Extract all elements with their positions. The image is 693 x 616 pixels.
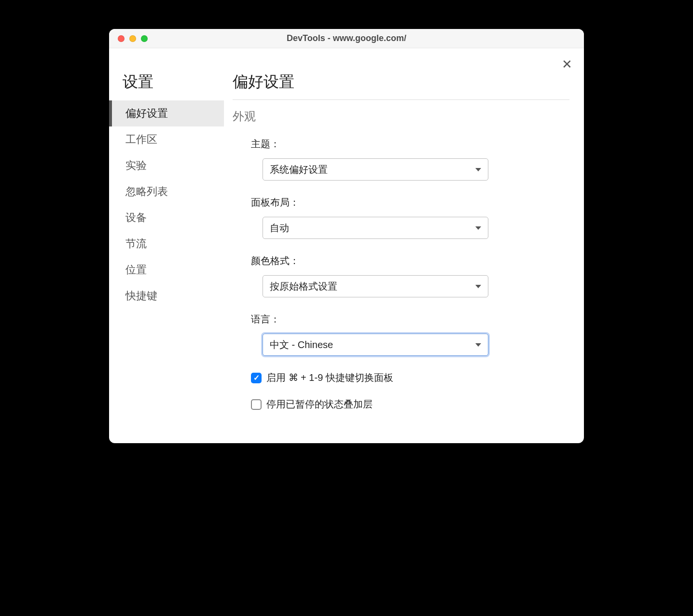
disable-paused-overlay-row[interactable]: 停用已暂停的状态叠加层 xyxy=(251,398,569,411)
main-panel: 偏好设置 外观 主题： 系统偏好设置 面板布局： 自动 xyxy=(224,48,584,443)
chevron-down-icon xyxy=(475,226,481,230)
language-field: 语言： 中文 - Chinese xyxy=(251,313,569,356)
panel-layout-field: 面板布局： 自动 xyxy=(251,196,569,239)
sidebar-item-throttling[interactable]: 节流 xyxy=(109,231,224,257)
language-select[interactable]: 中文 - Chinese xyxy=(263,334,488,356)
language-select-value: 中文 - Chinese xyxy=(270,338,333,351)
maximize-window-button[interactable] xyxy=(141,35,148,42)
disable-paused-overlay-label: 停用已暂停的状态叠加层 xyxy=(266,398,373,411)
theme-select-value: 系统偏好设置 xyxy=(270,163,328,176)
traffic-lights xyxy=(118,35,148,42)
minimize-window-button[interactable] xyxy=(129,35,136,42)
panel-layout-select-value: 自动 xyxy=(270,222,289,235)
devtools-settings-window: DevTools - www.google.com/ ✕ 设置 偏好设置 工作区… xyxy=(109,29,584,443)
sidebar-item-label: 实验 xyxy=(125,159,147,171)
sidebar-item-label: 工作区 xyxy=(125,133,157,145)
enable-shortcut-panels-label: 启用 ⌘ + 1-9 快捷键切换面板 xyxy=(266,371,393,384)
sidebar-item-label: 快捷键 xyxy=(125,290,157,302)
section-appearance-title: 外观 xyxy=(233,109,569,124)
checkmark-icon: ✓ xyxy=(253,373,260,382)
panel-layout-label: 面板布局： xyxy=(251,196,569,209)
page-title: 偏好设置 xyxy=(233,71,569,100)
chevron-down-icon xyxy=(475,168,481,171)
sidebar-item-ignore-list[interactable]: 忽略列表 xyxy=(109,179,224,205)
sidebar-item-label: 节流 xyxy=(125,238,147,250)
sidebar-item-label: 偏好设置 xyxy=(125,107,168,119)
sidebar-item-label: 忽略列表 xyxy=(125,185,168,197)
sidebar-item-label: 位置 xyxy=(125,264,147,276)
chevron-down-icon xyxy=(475,343,481,347)
theme-label: 主题： xyxy=(251,138,569,151)
color-format-field: 颜色格式： 按原始格式设置 xyxy=(251,254,569,297)
sidebar-item-workspace[interactable]: 工作区 xyxy=(109,126,224,153)
window-title: DevTools - www.google.com/ xyxy=(109,33,584,43)
color-format-label: 颜色格式： xyxy=(251,254,569,267)
color-format-select[interactable]: 按原始格式设置 xyxy=(263,275,488,297)
chevron-down-icon xyxy=(475,285,481,288)
close-icon[interactable]: ✕ xyxy=(562,58,572,70)
sidebar-item-locations[interactable]: 位置 xyxy=(109,257,224,283)
disable-paused-overlay-checkbox[interactable] xyxy=(251,399,262,410)
sidebar-item-preferences[interactable]: 偏好设置 xyxy=(109,100,224,126)
settings-sidebar: 设置 偏好设置 工作区 实验 忽略列表 设备 节流 位置 快捷键 xyxy=(109,48,224,443)
enable-shortcut-panels-checkbox[interactable]: ✓ xyxy=(251,373,262,383)
theme-field: 主题： 系统偏好设置 xyxy=(251,138,569,181)
enable-shortcut-panels-row[interactable]: ✓ 启用 ⌘ + 1-9 快捷键切换面板 xyxy=(251,371,569,384)
sidebar-title: 设置 xyxy=(109,71,224,100)
sidebar-item-devices[interactable]: 设备 xyxy=(109,205,224,231)
sidebar-item-experiments[interactable]: 实验 xyxy=(109,153,224,179)
language-label: 语言： xyxy=(251,313,569,326)
close-window-button[interactable] xyxy=(118,35,125,42)
window-titlebar: DevTools - www.google.com/ xyxy=(109,29,584,48)
sidebar-item-label: 设备 xyxy=(125,211,147,224)
content-area: ✕ 设置 偏好设置 工作区 实验 忽略列表 设备 节流 位置 快捷键 偏好设置 … xyxy=(109,48,584,443)
sidebar-item-shortcuts[interactable]: 快捷键 xyxy=(109,283,224,309)
panel-layout-select[interactable]: 自动 xyxy=(263,217,488,239)
theme-select[interactable]: 系统偏好设置 xyxy=(263,158,488,181)
color-format-select-value: 按原始格式设置 xyxy=(270,280,337,293)
